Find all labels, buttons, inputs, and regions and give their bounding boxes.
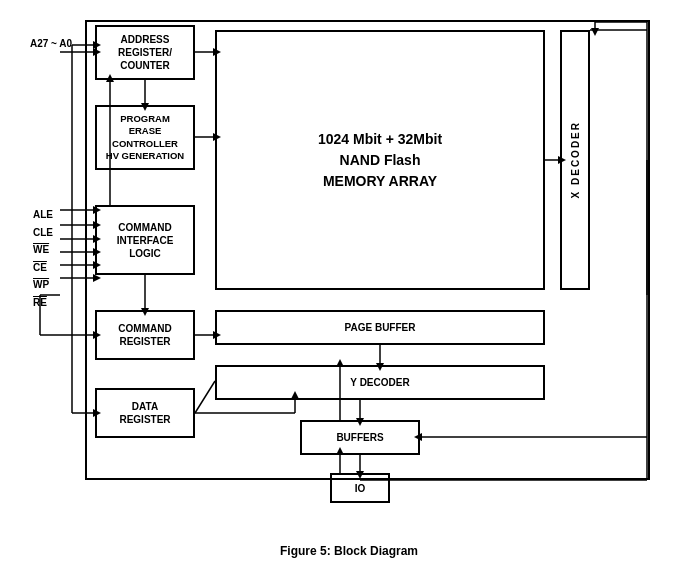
address-register-box: ADDRESS REGISTER/ COUNTER [95,25,195,80]
page-buffer-box: PAGE BUFFER [215,310,545,345]
signal-ce: CE [33,259,53,277]
memory-array-box: 1024 Mbit + 32Mbit NAND Flash MEMORY ARR… [215,30,545,290]
x-decoder-box: X DECODER [560,30,590,290]
prog-erase-box: PROGRAM ERASE CONTROLLER HV GENERATION [95,105,195,170]
signal-we: WE [33,241,53,259]
page: 1024 Mbit + 32Mbit NAND Flash MEMORY ARR… [0,0,698,570]
signal-ale: ALE [33,206,53,224]
cmd-interface-box: COMMAND INTERFACE LOGIC [95,205,195,275]
figure-caption: Figure 5: Block Diagram [0,544,698,558]
signal-a27: A27 ~ A0 [30,38,72,49]
signal-labels: ALE CLE WE CE WP RE [33,206,53,311]
cmd-register-box: COMMAND REGISTER [95,310,195,360]
buffers-box: BUFFERS [300,420,420,455]
block-diagram: 1024 Mbit + 32Mbit NAND Flash MEMORY ARR… [30,10,665,530]
y-decoder-box: Y DECODER [215,365,545,400]
io-box: IO [330,473,390,503]
memory-array-text: 1024 Mbit + 32Mbit NAND Flash MEMORY ARR… [318,129,442,192]
data-register-box: DATA REGISTER [95,388,195,438]
signal-cle: CLE [33,224,53,242]
signal-wp: WP [33,276,53,294]
signal-re: RE [33,294,53,312]
